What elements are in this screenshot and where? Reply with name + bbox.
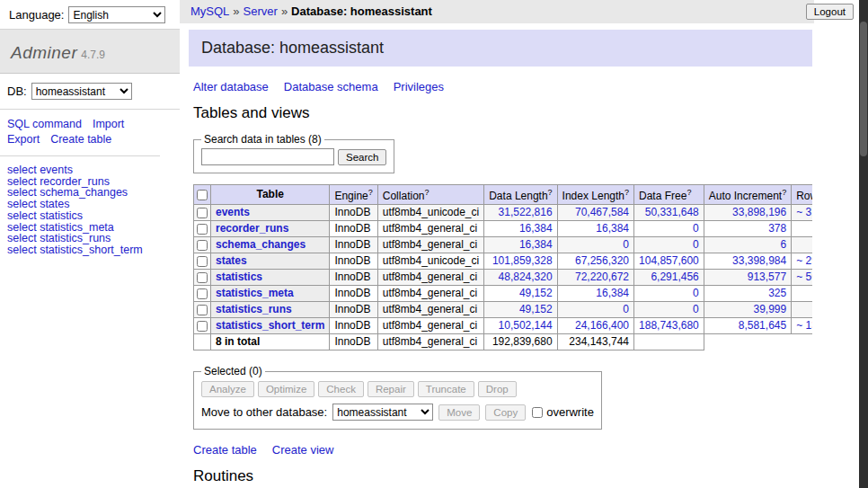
index-length-link[interactable]: 72,220,672 <box>575 271 629 283</box>
row-checkbox[interactable] <box>197 305 208 315</box>
create-links: Create tableCreate view <box>193 443 812 457</box>
auto-increment-link[interactable]: 8,581,645 <box>739 319 786 332</box>
data-length-link[interactable]: 48,824,320 <box>499 271 553 283</box>
column-header: Engine? <box>330 185 377 205</box>
data-length-link[interactable]: 49,152 <box>519 303 553 315</box>
table-name-link[interactable]: statistics_short_term <box>216 319 324 332</box>
column-header: Auto Increment? <box>704 185 791 205</box>
db-select[interactable]: homeassistant <box>31 83 132 100</box>
index-length-link[interactable]: 0 <box>623 238 629 251</box>
table-row: recorder_runsInnoDButf8mb4_general_ci16,… <box>194 221 813 237</box>
index-length-link[interactable]: 67,256,320 <box>575 254 629 267</box>
copy-button[interactable]: Copy <box>485 404 526 421</box>
data-length-cell: 10,502,144 <box>484 318 557 334</box>
sidebar-table-link[interactable]: select statistics <box>7 210 173 222</box>
brand-name: Adminer <box>11 43 77 62</box>
table-name-link[interactable]: recorder_runs <box>216 222 288 235</box>
data-free-link[interactable]: 104,857,600 <box>639 254 699 267</box>
bulk-action-button[interactable]: Truncate <box>418 381 474 397</box>
search-button[interactable]: Search <box>338 149 386 165</box>
data-length-link[interactable]: 101,859,328 <box>492 254 553 267</box>
breadcrumb-mysql-link[interactable]: MySQL <box>190 4 229 18</box>
data-free-link[interactable]: 0 <box>693 222 699 235</box>
auto-increment-link[interactable]: 6 <box>780 238 786 251</box>
data-free-cell: 50,331,648 <box>634 205 704 221</box>
move-db-select[interactable]: homeassistant <box>332 404 433 421</box>
data-length-link[interactable]: 10,502,144 <box>499 319 553 332</box>
auto-increment-link[interactable]: 325 <box>768 287 786 299</box>
auto-increment-link[interactable]: 378 <box>768 222 786 235</box>
move-button[interactable]: Move <box>438 404 480 421</box>
logout-button[interactable]: Logout <box>806 4 854 20</box>
rows-link[interactable]: ~ 299,833 <box>796 254 812 267</box>
row-checkbox[interactable] <box>197 321 208 332</box>
bulk-action-button[interactable]: Analyze <box>201 381 254 397</box>
auto-increment-link[interactable]: 913,577 <box>748 271 786 283</box>
data-length-link[interactable]: 49,152 <box>519 287 553 299</box>
sidebar-table-link[interactable]: select events <box>7 164 173 176</box>
table-name-link[interactable]: statistics <box>216 271 262 283</box>
data-free-link[interactable]: 0 <box>693 303 699 315</box>
select-all-checkbox[interactable] <box>197 190 208 200</box>
sidebar-table-link[interactable]: select states <box>7 199 173 210</box>
scrollbar[interactable] <box>859 0 868 488</box>
data-length-link[interactable]: 16,384 <box>519 222 553 235</box>
sidebar-action-link[interactable]: Export <box>7 132 40 147</box>
db-label: DB: <box>7 84 27 98</box>
collation-cell: utf8mb4_unicode_ci <box>377 253 483 270</box>
rows-link[interactable]: ~ 136,108 <box>796 319 812 332</box>
row-checkbox[interactable] <box>197 256 208 267</box>
data-free-link[interactable]: 0 <box>693 287 699 299</box>
sidebar-action-link[interactable]: SQL command <box>7 117 82 132</box>
index-length-link[interactable]: 70,467,584 <box>575 206 629 218</box>
scrollbar-thumb[interactable] <box>860 22 867 156</box>
sidebar-table-link[interactable]: select statistics_short_term <box>7 244 173 256</box>
table-name-link[interactable]: statistics_meta <box>216 287 294 299</box>
sidebar-action-link[interactable]: Create table <box>50 132 111 147</box>
rows-link[interactable]: ~ 569,159 <box>796 271 812 283</box>
auto-increment-link[interactable]: 39,999 <box>753 303 786 315</box>
language-select[interactable]: English <box>68 6 165 23</box>
auto-increment-link[interactable]: 33,398,984 <box>732 254 786 267</box>
index-length-link[interactable]: 0 <box>623 303 629 315</box>
bulk-action-button[interactable]: Check <box>318 381 364 397</box>
table-name-link[interactable]: states <box>216 254 247 267</box>
row-checkbox[interactable] <box>197 240 208 251</box>
row-checkbox[interactable] <box>197 208 208 218</box>
db-action-link[interactable]: Alter database <box>193 80 269 93</box>
auto-increment-link[interactable]: 33,898,196 <box>732 206 786 218</box>
bulk-action-button[interactable]: Optimize <box>258 381 314 397</box>
breadcrumb-server-link[interactable]: Server <box>244 4 278 18</box>
table-name-cell: states <box>211 253 330 270</box>
table-name-link[interactable]: schema_changes <box>216 238 306 251</box>
db-action-link[interactable]: Database schema <box>284 80 378 93</box>
db-action-link[interactable]: Privileges <box>394 80 444 93</box>
collation-cell: utf8mb4_general_ci <box>377 286 483 302</box>
create-link[interactable]: Create table <box>193 443 257 457</box>
data-free-link[interactable]: 0 <box>693 238 699 251</box>
table-name-link[interactable]: events <box>216 206 250 218</box>
data-length-link[interactable]: 16,384 <box>519 238 553 251</box>
auto-increment-cell: 33,898,196 <box>704 205 791 221</box>
data-free-link[interactable]: 50,331,648 <box>645 206 699 218</box>
index-length-link[interactable]: 16,384 <box>596 222 629 235</box>
help-sup: ? <box>424 188 429 197</box>
create-link[interactable]: Create view <box>272 443 334 457</box>
data-length-link[interactable]: 31,522,816 <box>499 206 553 218</box>
sidebar-action-link[interactable]: Import <box>93 117 124 132</box>
table-name-link[interactable]: statistics_runs <box>216 303 292 315</box>
auto-increment-cell: 325 <box>704 286 791 302</box>
collation-cell: utf8mb4_general_ci <box>377 237 483 253</box>
rows-link[interactable]: ~ 312,180 <box>796 206 812 218</box>
bulk-action-button[interactable]: Drop <box>478 381 517 397</box>
overwrite-checkbox[interactable] <box>532 407 543 418</box>
bulk-action-button[interactable]: Repair <box>368 381 414 397</box>
row-checkbox[interactable] <box>197 224 208 235</box>
search-input[interactable] <box>201 148 334 165</box>
index-length-link[interactable]: 16,384 <box>596 287 629 299</box>
data-free-link[interactable]: 6,291,456 <box>651 271 698 283</box>
index-length-link[interactable]: 24,166,400 <box>575 319 629 332</box>
row-checkbox[interactable] <box>197 288 208 299</box>
data-free-link[interactable]: 188,743,680 <box>639 319 699 332</box>
row-checkbox[interactable] <box>197 272 208 283</box>
